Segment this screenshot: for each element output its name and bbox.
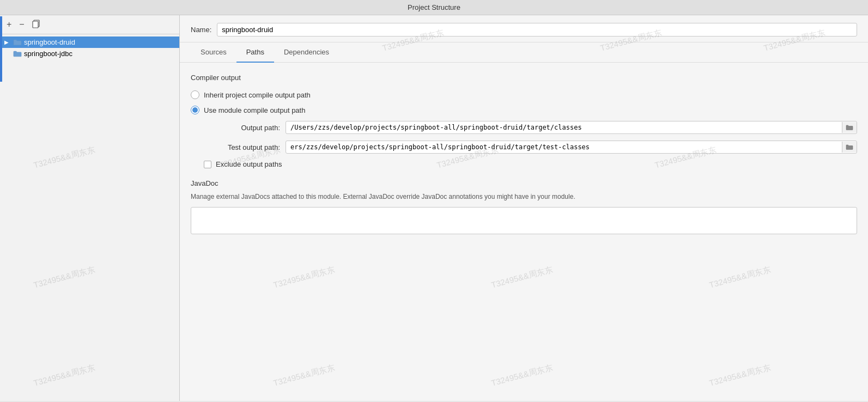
sidebar-toolbar: + −: [0, 15, 179, 34]
output-path-label: Output path:: [204, 124, 280, 132]
test-output-path-browse-button[interactable]: [842, 142, 857, 153]
svg-rect-1: [33, 21, 38, 28]
test-output-path-input[interactable]: [286, 141, 842, 153]
exclude-checkbox[interactable]: [204, 161, 211, 168]
radio-use-module-button[interactable]: [191, 106, 199, 114]
radio-use-module-label: Use module compile output path: [204, 106, 305, 114]
copy-module-button[interactable]: [30, 19, 43, 31]
browse-folder-icon: [846, 144, 853, 150]
sidebar-tree: ▶ springboot-druid ▶ springboot-jdbc: [0, 34, 179, 401]
folder-icon: [13, 39, 22, 46]
window-title: Project Structure: [408, 3, 460, 11]
radio-checked-indicator: [192, 107, 198, 113]
test-output-path-row: Test output path:: [204, 141, 857, 154]
output-path-browse-button[interactable]: [842, 122, 857, 133]
content-area: Name: Sources Paths Dependencies Compile…: [180, 15, 868, 401]
radio-inherit-option[interactable]: Inherit project compile output path: [191, 90, 857, 99]
tabs-bar: Sources Paths Dependencies: [180, 42, 868, 63]
test-output-path-input-wrap: [286, 141, 857, 154]
paths-tab-content: Compiler output Inherit project compile …: [180, 63, 868, 401]
module-name-input[interactable]: [217, 23, 857, 36]
javadoc-section: JavaDoc Manage external JavaDocs attache…: [191, 179, 857, 234]
name-label: Name:: [191, 26, 211, 34]
name-row: Name:: [180, 15, 868, 42]
tab-dependencies[interactable]: Dependencies: [274, 42, 339, 63]
browse-folder-icon: [846, 124, 853, 131]
javadoc-heading: JavaDoc: [191, 179, 857, 187]
title-bar: Project Structure: [0, 0, 868, 15]
tab-sources[interactable]: Sources: [191, 42, 236, 63]
sidebar-item-springboot-jdbc[interactable]: ▶ springboot-jdbc: [0, 48, 179, 59]
javadoc-list: [191, 207, 857, 234]
compiler-output-heading: Compiler output: [191, 74, 857, 82]
radio-use-module-option[interactable]: Use module compile output path: [191, 106, 857, 114]
accent-bar: [0, 16, 2, 82]
sidebar: + − ▶ springboot-druid: [0, 15, 180, 401]
add-module-button[interactable]: +: [4, 19, 14, 30]
sidebar-item-label: springboot-jdbc: [24, 50, 72, 58]
main-layout: + − ▶ springboot-druid: [0, 15, 868, 401]
exclude-checkbox-row[interactable]: Exclude output paths: [204, 160, 857, 168]
tab-paths[interactable]: Paths: [236, 42, 274, 63]
radio-inherit-label: Inherit project compile output path: [204, 91, 311, 99]
javadoc-description: Manage external JavaDocs attached to thi…: [191, 192, 857, 202]
copy-icon: [32, 20, 41, 28]
remove-module-button[interactable]: −: [17, 19, 26, 30]
folder-icon: [13, 50, 22, 58]
output-path-row: Output path:: [204, 121, 857, 134]
exclude-label: Exclude output paths: [216, 160, 282, 168]
output-path-input-wrap: [286, 121, 857, 134]
sidebar-item-springboot-druid[interactable]: ▶ springboot-druid: [0, 36, 179, 48]
radio-inherit-button[interactable]: [191, 90, 199, 99]
test-output-path-label: Test output path:: [204, 143, 280, 151]
sidebar-item-label: springboot-druid: [24, 38, 75, 46]
tree-arrow: ▶: [4, 39, 11, 45]
output-path-input[interactable]: [286, 121, 842, 133]
